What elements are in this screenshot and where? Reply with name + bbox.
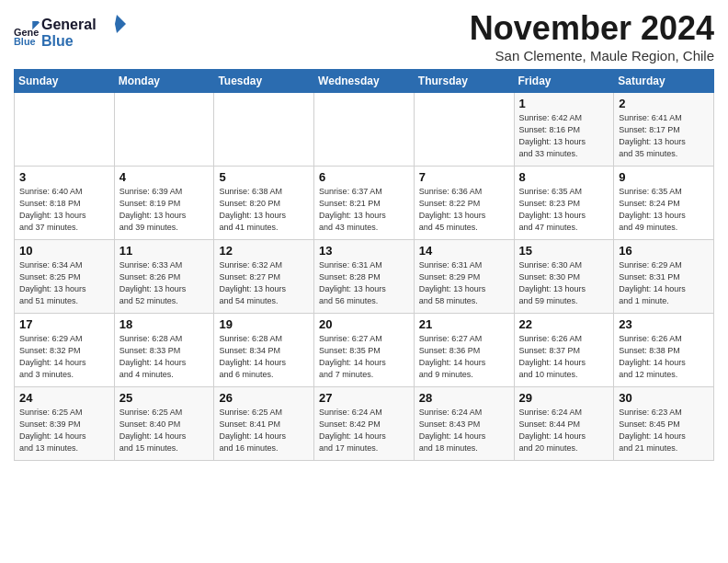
calendar-cell: 25Sunrise: 6:25 AM Sunset: 8:40 PM Dayli… [114,387,214,461]
day-number: 18 [119,317,210,331]
calendar-cell: 4Sunrise: 6:39 AM Sunset: 8:19 PM Daylig… [114,167,214,240]
calendar-week-4: 17Sunrise: 6:29 AM Sunset: 8:32 PM Dayli… [15,314,714,387]
calendar-cell: 26Sunrise: 6:25 AM Sunset: 8:41 PM Dayli… [214,387,314,461]
weekday-header-saturday: Saturday [614,70,714,93]
day-info: Sunrise: 6:40 AM Sunset: 8:18 PM Dayligh… [19,186,109,234]
day-info: Sunrise: 6:35 AM Sunset: 8:24 PM Dayligh… [619,186,709,234]
calendar-cell: 30Sunrise: 6:23 AM Sunset: 8:45 PM Dayli… [614,387,714,461]
calendar-table: SundayMondayTuesdayWednesdayThursdayFrid… [14,69,714,461]
day-info: Sunrise: 6:38 AM Sunset: 8:20 PM Dayligh… [219,186,309,234]
title-area: November 2024 San Clemente, Maule Region… [470,9,714,63]
calendar-cell: 13Sunrise: 6:31 AM Sunset: 8:28 PM Dayli… [314,240,415,314]
calendar-cell [114,93,214,167]
weekday-header-tuesday: Tuesday [214,70,314,93]
day-number: 8 [519,170,609,184]
day-number: 1 [519,97,609,110]
calendar-cell [414,93,514,167]
day-number: 9 [619,170,709,184]
day-info: Sunrise: 6:39 AM Sunset: 8:19 PM Dayligh… [119,186,210,234]
month-title: November 2024 [470,9,714,48]
calendar-cell: 29Sunrise: 6:24 AM Sunset: 8:44 PM Dayli… [514,387,614,461]
day-info: Sunrise: 6:27 AM Sunset: 8:35 PM Dayligh… [319,333,409,381]
calendar-cell: 19Sunrise: 6:28 AM Sunset: 8:34 PM Dayli… [214,314,314,387]
svg-text:Blue: Blue [41,33,74,49]
day-info: Sunrise: 6:24 AM Sunset: 8:42 PM Dayligh… [319,407,409,454]
calendar-cell: 20Sunrise: 6:27 AM Sunset: 8:35 PM Dayli… [314,314,415,387]
day-info: Sunrise: 6:30 AM Sunset: 8:30 PM Dayligh… [519,259,609,307]
day-info: Sunrise: 6:37 AM Sunset: 8:21 PM Dayligh… [319,186,409,234]
day-number: 14 [419,244,509,258]
day-number: 3 [19,170,109,184]
day-number: 22 [519,317,609,331]
day-info: Sunrise: 6:31 AM Sunset: 8:29 PM Dayligh… [419,259,509,307]
calendar-week-1: 1Sunrise: 6:42 AM Sunset: 8:16 PM Daylig… [15,93,714,167]
day-info: Sunrise: 6:33 AM Sunset: 8:26 PM Dayligh… [119,259,210,307]
day-number: 7 [419,170,509,184]
calendar-cell: 10Sunrise: 6:34 AM Sunset: 8:25 PM Dayli… [15,240,115,314]
calendar-cell: 7Sunrise: 6:36 AM Sunset: 8:22 PM Daylig… [414,167,514,240]
weekday-header-friday: Friday [514,70,614,93]
day-number: 5 [219,170,309,184]
day-number: 15 [519,244,609,258]
calendar-cell: 3Sunrise: 6:40 AM Sunset: 8:18 PM Daylig… [15,167,115,240]
day-number: 27 [319,391,409,405]
calendar-week-2: 3Sunrise: 6:40 AM Sunset: 8:18 PM Daylig… [15,167,714,240]
logo: General Blue General Blue [14,13,129,55]
svg-text:General: General [41,17,97,32]
day-number: 2 [619,97,709,110]
day-number: 28 [419,391,509,405]
day-number: 26 [219,391,309,405]
calendar-cell: 17Sunrise: 6:29 AM Sunset: 8:32 PM Dayli… [15,314,115,387]
calendar-cell: 27Sunrise: 6:24 AM Sunset: 8:42 PM Dayli… [314,387,415,461]
day-info: Sunrise: 6:41 AM Sunset: 8:17 PM Dayligh… [619,112,709,160]
logo-icon: General Blue [14,21,40,47]
calendar-cell: 18Sunrise: 6:28 AM Sunset: 8:33 PM Dayli… [114,314,214,387]
day-info: Sunrise: 6:32 AM Sunset: 8:27 PM Dayligh… [219,259,309,307]
weekday-header-thursday: Thursday [414,70,514,93]
calendar-cell: 23Sunrise: 6:26 AM Sunset: 8:38 PM Dayli… [614,314,714,387]
day-info: Sunrise: 6:25 AM Sunset: 8:39 PM Dayligh… [19,407,109,454]
day-info: Sunrise: 6:42 AM Sunset: 8:16 PM Dayligh… [519,112,609,160]
weekday-header-sunday: Sunday [15,70,115,93]
calendar-cell: 11Sunrise: 6:33 AM Sunset: 8:26 PM Dayli… [114,240,214,314]
day-number: 17 [19,317,109,331]
subtitle: San Clemente, Maule Region, Chile [470,48,714,63]
day-number: 21 [419,317,509,331]
day-number: 11 [119,244,210,258]
calendar-cell: 14Sunrise: 6:31 AM Sunset: 8:29 PM Dayli… [414,240,514,314]
day-number: 16 [619,244,709,258]
day-info: Sunrise: 6:28 AM Sunset: 8:34 PM Dayligh… [219,333,309,381]
calendar-cell: 8Sunrise: 6:35 AM Sunset: 8:23 PM Daylig… [514,167,614,240]
day-number: 20 [319,317,409,331]
calendar-cell: 24Sunrise: 6:25 AM Sunset: 8:39 PM Dayli… [15,387,115,461]
day-number: 23 [619,317,709,331]
calendar-cell: 21Sunrise: 6:27 AM Sunset: 8:36 PM Dayli… [414,314,514,387]
calendar-cell [214,93,314,167]
header: General Blue General Blue November 2024 … [14,9,714,63]
weekday-header-wednesday: Wednesday [314,70,415,93]
day-info: Sunrise: 6:25 AM Sunset: 8:40 PM Dayligh… [119,407,210,454]
day-number: 25 [119,391,210,405]
calendar-cell: 16Sunrise: 6:29 AM Sunset: 8:31 PM Dayli… [614,240,714,314]
weekday-header-row: SundayMondayTuesdayWednesdayThursdayFrid… [15,70,714,93]
calendar-cell: 9Sunrise: 6:35 AM Sunset: 8:24 PM Daylig… [614,167,714,240]
day-number: 29 [519,391,609,405]
calendar-cell: 5Sunrise: 6:38 AM Sunset: 8:20 PM Daylig… [214,167,314,240]
day-info: Sunrise: 6:23 AM Sunset: 8:45 PM Dayligh… [619,407,709,454]
calendar-cell: 2Sunrise: 6:41 AM Sunset: 8:17 PM Daylig… [614,93,714,167]
day-info: Sunrise: 6:36 AM Sunset: 8:22 PM Dayligh… [419,186,509,234]
day-number: 24 [19,391,109,405]
day-info: Sunrise: 6:31 AM Sunset: 8:28 PM Dayligh… [319,259,409,307]
calendar-week-5: 24Sunrise: 6:25 AM Sunset: 8:39 PM Dayli… [15,387,714,461]
day-info: Sunrise: 6:34 AM Sunset: 8:25 PM Dayligh… [19,259,109,307]
weekday-header-monday: Monday [114,70,214,93]
logo-svg: General Blue [41,13,129,52]
day-info: Sunrise: 6:35 AM Sunset: 8:23 PM Dayligh… [519,186,609,234]
svg-text:Blue: Blue [14,36,36,47]
day-info: Sunrise: 6:28 AM Sunset: 8:33 PM Dayligh… [119,333,210,381]
day-number: 10 [19,244,109,258]
day-info: Sunrise: 6:29 AM Sunset: 8:31 PM Dayligh… [619,259,709,307]
day-number: 6 [319,170,409,184]
day-info: Sunrise: 6:24 AM Sunset: 8:43 PM Dayligh… [419,407,509,454]
svg-marker-4 [115,15,126,33]
